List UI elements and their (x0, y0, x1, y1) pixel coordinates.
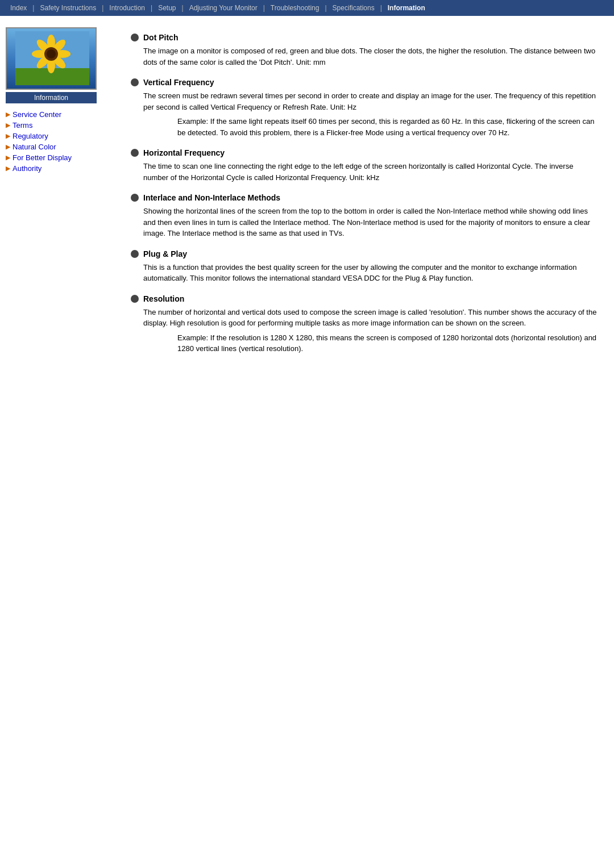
bullet-icon (131, 250, 139, 258)
main-content: Dot PitchThe image on a monitor is compo… (119, 27, 608, 370)
bullet-icon (131, 34, 139, 41)
nav-item-adjusting-your-monitor[interactable]: Adjusting Your Monitor (184, 0, 263, 16)
page-container: Information ▶Service Center▶Terms▶Regula… (0, 16, 614, 382)
section-example: Example: If the same light repeats itsel… (143, 116, 597, 138)
nav-item-specifications[interactable]: Specifications (327, 0, 380, 16)
section-dot-pitch: Dot PitchThe image on a monitor is compo… (131, 33, 597, 68)
section-title: Interlace and Non-Interlace Methods (143, 193, 280, 202)
nav-item-information[interactable]: Information (382, 0, 431, 16)
section-title: Dot Pitch (143, 33, 178, 42)
bullet-icon (131, 295, 139, 303)
section-title: Horizontal Frequency (143, 148, 225, 157)
sidebar-nav-link-authority[interactable]: Authority (13, 164, 42, 173)
section-body: This is a function that provides the bes… (131, 262, 597, 284)
sidebar-nav-link-terms[interactable]: Terms (13, 121, 32, 130)
bullet-icon (131, 194, 139, 202)
sidebar: Information ▶Service Center▶Terms▶Regula… (6, 27, 119, 370)
section-header: Interlace and Non-Interlace Methods (131, 193, 597, 202)
section-example: Example: If the resolution is 1280 X 128… (143, 332, 597, 354)
sidebar-nav-link-natural-color[interactable]: Natural Color (13, 143, 56, 151)
section-header: Plug & Play (131, 249, 597, 258)
nav-item-safety-instructions[interactable]: Safety Instructions (34, 0, 102, 16)
arrow-icon: ▶ (6, 111, 10, 118)
section-title: Resolution (143, 294, 184, 303)
section-horizontal-frequency: Horizontal FrequencyThe time to scan one… (131, 148, 597, 183)
section-text: This is a function that provides the bes… (143, 262, 597, 284)
section-header: Horizontal Frequency (131, 148, 597, 157)
section-body: The screen must be redrawn several times… (131, 90, 597, 138)
nav-item-setup[interactable]: Setup (152, 0, 181, 16)
section-body: The number of horizontal and vertical do… (131, 307, 597, 354)
section-title: Vertical Frequency (143, 78, 214, 87)
section-resolution: ResolutionThe number of horizontal and v… (131, 294, 597, 354)
section-text: The image on a monitor is composed of re… (143, 45, 597, 68)
sidebar-nav-item: ▶Regulatory (6, 132, 119, 140)
section-text: The screen must be redrawn several times… (143, 90, 597, 112)
arrow-icon: ▶ (6, 143, 10, 151)
section-header: Dot Pitch (131, 33, 597, 42)
section-text: The time to scan one line connecting the… (143, 161, 597, 183)
sidebar-nav-link-regulatory[interactable]: Regulatory (13, 132, 48, 140)
nav-item-troubleshooting[interactable]: Troubleshooting (265, 0, 325, 16)
section-text: Showing the horizontal lines of the scre… (143, 206, 597, 239)
nav-item-index[interactable]: Index (5, 0, 32, 16)
section-title: Plug & Play (143, 249, 187, 258)
sidebar-nav: ▶Service Center▶Terms▶Regulatory▶Natural… (6, 110, 119, 173)
bullet-icon (131, 149, 139, 157)
sidebar-nav-item: ▶Authority (6, 164, 119, 173)
section-body: Showing the horizontal lines of the scre… (131, 206, 597, 239)
sidebar-nav-link-service-center[interactable]: Service Center (13, 110, 61, 119)
sunflower-graphic (15, 31, 89, 85)
sidebar-image-label: Information (6, 92, 97, 103)
nav-item-introduction[interactable]: Introduction (103, 0, 151, 16)
section-text: The number of horizontal and vertical do… (143, 307, 597, 329)
sidebar-nav-item: ▶Service Center (6, 110, 119, 119)
arrow-icon: ▶ (6, 132, 10, 140)
section-header: Resolution (131, 294, 597, 303)
sidebar-nav-item: ▶For Better Display (6, 153, 119, 162)
section-plug-and-play: Plug & PlayThis is a function that provi… (131, 249, 597, 284)
section-vertical-frequency: Vertical FrequencyThe screen must be red… (131, 78, 597, 138)
section-body: The time to scan one line connecting the… (131, 161, 597, 183)
arrow-icon: ▶ (6, 122, 10, 129)
section-interlace: Interlace and Non-Interlace MethodsShowi… (131, 193, 597, 239)
sidebar-nav-item: ▶Natural Color (6, 143, 119, 151)
sidebar-nav-item: ▶Terms (6, 121, 119, 130)
arrow-icon: ▶ (6, 165, 10, 172)
section-header: Vertical Frequency (131, 78, 597, 87)
bullet-icon (131, 78, 139, 86)
navbar: Index|Safety Instructions|Introduction|S… (0, 0, 614, 16)
sidebar-nav-link-for-better-display[interactable]: For Better Display (13, 153, 72, 162)
section-body: The image on a monitor is composed of re… (131, 45, 597, 68)
arrow-icon: ▶ (6, 154, 10, 161)
sidebar-image (6, 27, 97, 90)
svg-point-12 (47, 49, 56, 59)
